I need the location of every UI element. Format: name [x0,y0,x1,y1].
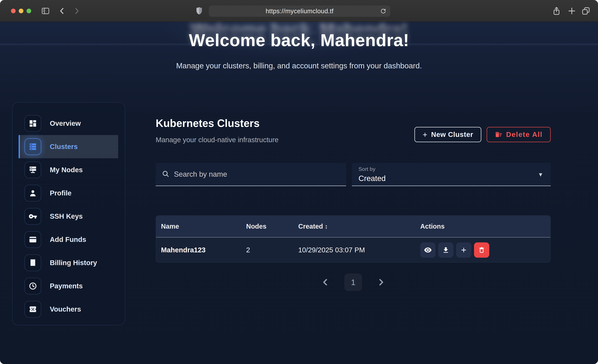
address-bar[interactable]: https://myceliumcloud.tf [209,6,390,17]
sidebar-toggle-icon[interactable] [41,0,50,22]
previous-page-button[interactable] [321,278,330,287]
sidebar-item-vouchers[interactable]: Vouchers [19,298,118,321]
view-cluster-button[interactable] [420,242,435,258]
sidebar-item-label: Add Funds [50,236,86,244]
new-tab-icon[interactable] [566,0,578,22]
new-cluster-label: New Cluster [431,131,473,139]
sidebar-item-label: Payments [50,282,83,290]
share-icon[interactable] [551,0,562,22]
url-text: https://myceliumcloud.tf [266,8,333,15]
delete-all-label: Delete All [506,131,543,139]
cluster-nodes: 2 [246,246,298,254]
sidebar: Overview [12,102,125,325]
welcome-title: Welcome back, Mahendra! [0,30,598,50]
key-icon [25,208,41,225]
cluster-name: Mahendra123 [161,246,246,254]
sidebar-item-label: SSH Keys [50,212,83,220]
page-title: Kubernetes Clusters [156,117,260,129]
cluster-created: 10/29/2025 03:07 PM [298,246,420,254]
search-bar [156,163,346,186]
close-window-button[interactable] [11,9,16,13]
privacy-shield-icon[interactable] [194,0,205,22]
search-input[interactable] [174,170,340,178]
search-icon [162,170,170,179]
dashboard-icon [25,115,41,132]
sidebar-item-my-nodes[interactable]: My Nodes [19,158,118,182]
sidebar-item-overview[interactable]: Overview [19,112,118,135]
browser-chrome: https://myceliumcloud.tf [0,0,598,22]
sort-value: Created [358,174,544,183]
voucher-icon [25,301,41,318]
welcome-subtitle: Manage your clusters, billing, and accou… [0,61,598,70]
clusters-icon [25,138,41,155]
sidebar-item-label: Vouchers [50,305,81,313]
table-row: Mahendra123 2 10/29/2025 03:07 PM [156,238,550,262]
sidebar-item-payments[interactable]: Payments [19,274,118,298]
clock-icon [25,278,41,294]
sort-dropdown[interactable]: Sort by Created ▼ [352,163,551,186]
sidebar-item-label: My Nodes [50,166,83,174]
table-header: Name Nodes Created↕ Actions [156,216,550,238]
column-header-actions: Actions [420,223,545,230]
column-header-name: Name [161,223,246,230]
forward-icon[interactable] [72,0,82,22]
reload-icon[interactable] [380,8,387,15]
chevron-down-icon: ▼ [538,171,543,178]
plus-icon: + [423,130,427,139]
new-cluster-button[interactable]: + New Cluster [415,127,481,142]
sidebar-item-label: Clusters [50,143,78,151]
chevron-right-icon [377,278,386,287]
column-header-created[interactable]: Created↕ [298,223,420,230]
delete-sweep-icon [495,131,502,138]
next-page-button[interactable] [377,278,386,287]
page-number-button[interactable]: 1 [344,273,362,291]
sidebar-item-profile[interactable]: Profile [19,182,118,205]
browser-window: https://myceliumcloud.tf [0,0,598,364]
download-icon [442,246,450,254]
page-content: Welcome back, Mahendra! Welcome back, Ma… [0,22,598,364]
download-kubeconfig-button[interactable] [438,242,453,258]
sort-arrows-icon: ↕ [325,223,328,230]
tab-overview-icon[interactable] [580,0,592,22]
sidebar-item-ssh-keys[interactable]: SSH Keys [19,205,118,228]
sidebar-item-label: Overview [50,119,81,127]
add-node-button[interactable] [456,242,471,258]
plus-icon [460,246,467,254]
sidebar-item-billing-history[interactable]: Billing History [19,251,118,274]
sidebar-item-label: Profile [50,189,72,197]
delete-cluster-button[interactable] [474,242,489,258]
sort-by-label: Sort by [358,166,544,172]
trash-icon [478,246,485,254]
credit-card-icon [25,231,41,248]
eye-icon [424,246,432,254]
sidebar-item-clusters[interactable]: Clusters [19,135,118,158]
header-actions: + New Cluster Delete All [415,127,551,142]
profile-icon [25,185,41,201]
page-subtitle: Manage your cloud-native infrastructure [156,136,279,144]
sidebar-item-label: Billing History [50,259,97,267]
delete-all-button[interactable]: Delete All [487,127,551,142]
minimize-window-button[interactable] [19,9,23,13]
receipt-icon [25,255,41,271]
pagination: 1 [156,273,551,291]
back-icon[interactable] [57,0,67,22]
zoom-window-button[interactable] [26,9,31,13]
column-header-nodes: Nodes [246,223,298,230]
clusters-table: Name Nodes Created↕ Actions Mahendra123 … [156,215,551,263]
nodes-icon [25,162,41,178]
row-actions [420,242,545,258]
sidebar-item-add-funds[interactable]: Add Funds [19,228,118,251]
chevron-left-icon [321,278,330,287]
